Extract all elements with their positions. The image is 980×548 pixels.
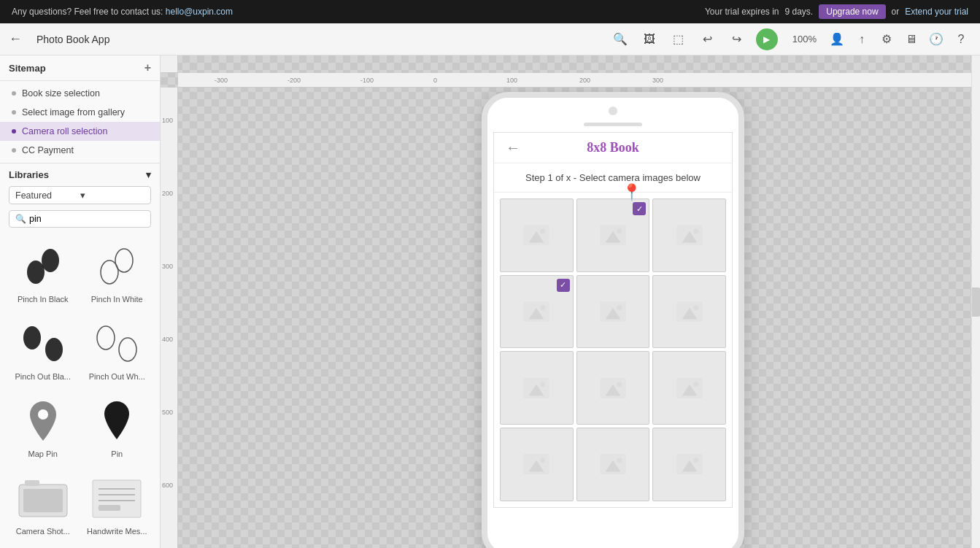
- check-badge-2: ✓: [633, 202, 646, 215]
- svg-rect-12: [93, 480, 141, 517]
- photo-placeholder-10: [523, 454, 549, 474]
- photo-cell-10[interactable]: [500, 428, 574, 501]
- redo-icon[interactable]: ↪: [727, 29, 747, 50]
- pin-label: Pin: [111, 449, 123, 458]
- extend-trial-link[interactable]: Extend your trial: [905, 7, 968, 17]
- svg-point-34: [693, 305, 698, 310]
- main-toolbar: ← Photo Book App 🔍 🖼 ⬚ ↩ ↪ ▶ 100% 👤 ↑ ⚙ …: [0, 23, 980, 55]
- photo-cell-2[interactable]: 📍 ✓: [576, 198, 650, 272]
- handwrite-label: Handwrite Mes...: [87, 527, 147, 536]
- featured-dropdown[interactable]: Featured ▾: [9, 186, 151, 204]
- svg-point-19: [541, 229, 546, 234]
- add-page-button[interactable]: +: [144, 61, 151, 74]
- svg-point-5: [45, 338, 63, 361]
- photo-placeholder-4: [523, 301, 549, 322]
- svg-point-7: [119, 338, 136, 361]
- photo-cell-3[interactable]: [652, 198, 726, 272]
- phone-camera: [609, 107, 617, 115]
- library-search-box[interactable]: 🔍: [9, 210, 151, 228]
- collapse-icon[interactable]: ▾: [146, 169, 151, 180]
- photo-placeholder-5: [600, 301, 626, 322]
- ruler-corner: [161, 55, 178, 73]
- svg-point-1: [42, 249, 59, 272]
- photo-placeholder-3: [676, 225, 703, 245]
- screen-step-text: Step 1 of x - Select camera images below: [494, 163, 732, 193]
- settings-icon[interactable]: ⚙: [876, 29, 897, 50]
- phone-top-bar: [487, 98, 738, 120]
- photo-cell-6[interactable]: [652, 275, 726, 349]
- app-name-label: Photo Book App: [36, 34, 109, 45]
- right-panel: [971, 55, 980, 548]
- photo-cell-12[interactable]: [652, 428, 726, 501]
- sitemap-list: Book size selection Select image from ga…: [0, 81, 160, 163]
- search-icon[interactable]: 🔍: [610, 29, 630, 50]
- library-item-map-pin[interactable]: Map Pin: [9, 391, 77, 463]
- photo-cell-8[interactable]: [576, 351, 650, 425]
- library-item-pinch-out-white[interactable]: Pinch Out Wh...: [83, 314, 152, 385]
- pin-icon: [88, 395, 146, 447]
- share-icon[interactable]: ↑: [852, 29, 872, 50]
- svg-rect-16: [99, 505, 120, 511]
- preview-icon[interactable]: ⬚: [668, 29, 689, 50]
- sitemap-item-payment[interactable]: CC Payment: [0, 141, 160, 160]
- left-sidebar: Sitemap + Book size selection Select ima…: [0, 55, 161, 548]
- camera-shot-icon: [14, 473, 72, 524]
- phone-screen: ← 8x8 Book Step 1 of x - Select camera i…: [493, 132, 733, 508]
- photo-cell-11[interactable]: [576, 428, 650, 501]
- check-badge-4: ✓: [557, 279, 570, 292]
- canvas-area[interactable]: ← 8x8 Book Step 1 of x - Select camera i…: [161, 55, 971, 548]
- phone-mockup: ← 8x8 Book Step 1 of x - Select camera i…: [482, 92, 759, 548]
- contact-email[interactable]: hello@uxpin.com: [166, 7, 233, 17]
- user-icon[interactable]: 👤: [827, 29, 847, 50]
- back-arrow-icon[interactable]: ←: [9, 31, 22, 47]
- search-icon-small: 🔍: [15, 214, 26, 224]
- main-layout: Sitemap + Book size selection Select ima…: [0, 55, 980, 548]
- svg-point-3: [115, 249, 133, 272]
- sitemap-item-gallery[interactable]: Select image from gallery: [0, 103, 160, 122]
- library-item-pin[interactable]: Pin: [83, 391, 152, 463]
- pinch-in-black-icon: [14, 241, 72, 292]
- svg-rect-10: [23, 489, 63, 512]
- library-item-pinch-out-black[interactable]: Pinch Out Bla...: [9, 314, 77, 385]
- pinch-out-black-icon: [14, 318, 72, 369]
- library-search-input[interactable]: [29, 214, 144, 224]
- photo-cell-1[interactable]: [500, 198, 574, 272]
- svg-point-43: [693, 382, 698, 387]
- undo-icon[interactable]: ↩: [698, 29, 718, 50]
- libraries-header[interactable]: Libraries ▾: [9, 169, 151, 180]
- add-image-icon[interactable]: 🖼: [639, 29, 660, 50]
- photo-placeholder-2: [600, 225, 626, 245]
- library-grid: Pinch In Black Pinch In White: [9, 234, 151, 543]
- libraries-section: Libraries ▾ Featured ▾ 🔍: [0, 163, 160, 548]
- sitemap-item-camera-roll[interactable]: Camera roll selection: [0, 122, 160, 141]
- play-button[interactable]: ▶: [756, 28, 778, 50]
- svg-point-31: [617, 305, 622, 310]
- svg-point-49: [617, 458, 622, 463]
- library-item-camera-shot[interactable]: Camera Shot...: [9, 468, 77, 540]
- svg-point-4: [23, 326, 41, 350]
- map-pin-icon: [14, 395, 72, 447]
- library-item-pinch-in-black[interactable]: Pinch In Black: [9, 236, 77, 308]
- upgrade-button[interactable]: Upgrade now: [819, 4, 885, 19]
- photo-placeholder-7: [523, 378, 549, 398]
- svg-rect-11: [25, 480, 39, 486]
- photo-cell-4[interactable]: ✓: [500, 275, 574, 349]
- trial-info: Your trial expires in 9 days. Upgrade no…: [705, 4, 968, 19]
- photo-cell-9[interactable]: [652, 351, 726, 425]
- library-item-pinch-in-white[interactable]: Pinch In White: [83, 236, 152, 308]
- library-item-handwrite[interactable]: Handwrite Mes...: [83, 468, 152, 540]
- pin-marker-icon: 📍: [622, 183, 641, 202]
- photo-cell-5[interactable]: [576, 275, 650, 349]
- sitemap-item-book-size[interactable]: Book size selection: [0, 84, 160, 103]
- help-icon[interactable]: ?: [951, 29, 971, 50]
- svg-point-52: [693, 458, 698, 463]
- screen-back-arrow-icon[interactable]: ←: [506, 139, 520, 156]
- svg-point-6: [97, 326, 115, 350]
- right-panel-handle[interactable]: [972, 287, 980, 317]
- history-icon[interactable]: 🕐: [926, 29, 946, 50]
- photo-placeholder-11: [600, 454, 626, 474]
- pinch-out-black-label: Pinch Out Bla...: [15, 372, 71, 381]
- photo-cell-7[interactable]: [500, 351, 574, 425]
- phone-speaker: [584, 123, 642, 126]
- desktop-icon[interactable]: 🖥: [901, 29, 922, 50]
